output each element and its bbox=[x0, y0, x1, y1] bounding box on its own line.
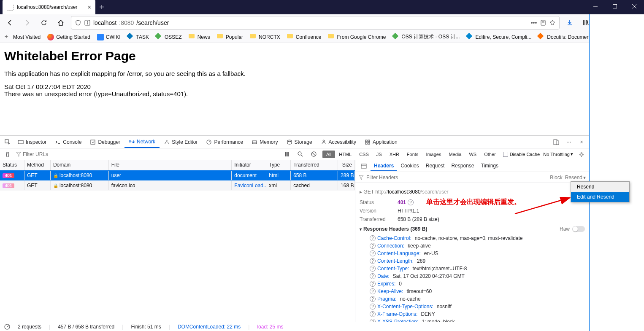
help-icon[interactable]: ? bbox=[370, 304, 376, 309]
help-icon[interactable]: ? bbox=[370, 288, 376, 294]
devtools-close-icon[interactable]: × bbox=[576, 137, 587, 147]
devtools-tab-style-editor[interactable]: Style Editor bbox=[160, 136, 202, 148]
col-domain[interactable]: Domain bbox=[51, 160, 109, 170]
tab-close-icon[interactable]: × bbox=[88, 4, 91, 11]
filter-images[interactable]: Images bbox=[422, 151, 445, 158]
home-button[interactable] bbox=[54, 16, 68, 30]
col-method[interactable]: Method bbox=[24, 160, 51, 170]
toggle-raw-icon[interactable] bbox=[359, 161, 369, 171]
network-row[interactable]: 401GET🔒localhost:8080favicon.icoFaviconL… bbox=[0, 180, 355, 191]
chevron-down-icon: ▾ bbox=[571, 151, 573, 157]
devtools-tab-accessibility[interactable]: Accessibility bbox=[317, 136, 360, 148]
details-tab-headers[interactable]: Headers bbox=[371, 161, 397, 171]
devtools-tab-console[interactable]: Console bbox=[51, 136, 86, 148]
bookmark-item[interactable]: OSSEZ bbox=[156, 34, 182, 40]
perf-icon[interactable] bbox=[4, 324, 10, 330]
forward-button[interactable] bbox=[20, 16, 34, 30]
resend-dropdown[interactable]: Resend▾ bbox=[565, 175, 586, 180]
help-icon[interactable]: ? bbox=[408, 199, 414, 205]
filter-js[interactable]: JS bbox=[373, 151, 386, 158]
search-icon[interactable] bbox=[295, 149, 306, 159]
bookmark-item[interactable]: TASK bbox=[127, 34, 149, 40]
browser-tab[interactable]: localhost:8080/search/user × bbox=[3, 0, 95, 14]
col-size[interactable]: Size bbox=[338, 160, 355, 170]
settings-gear-icon[interactable] bbox=[576, 149, 587, 159]
clear-icon[interactable] bbox=[3, 149, 13, 159]
help-icon[interactable]: ? bbox=[370, 250, 376, 256]
throttle-select[interactable]: No Throttling ▾ bbox=[543, 151, 573, 157]
window-close-button[interactable] bbox=[625, 0, 644, 13]
devtools-tab-debugger[interactable]: Debugger bbox=[86, 136, 124, 148]
details-tab-request[interactable]: Request bbox=[422, 161, 448, 171]
bookmark-item[interactable]: Popular bbox=[217, 34, 243, 40]
bookmark-item[interactable]: News bbox=[189, 34, 210, 40]
col-file[interactable]: File bbox=[109, 160, 232, 170]
devtools-tab-application[interactable]: Application bbox=[360, 136, 402, 148]
bookmark-star-icon[interactable] bbox=[549, 19, 556, 26]
window-minimize-button[interactable] bbox=[586, 0, 605, 13]
help-icon[interactable]: ? bbox=[370, 258, 376, 264]
site-info-icon[interactable] bbox=[84, 19, 91, 26]
responsive-mode-icon[interactable] bbox=[551, 137, 561, 147]
devtools-tab-storage[interactable]: Storage bbox=[282, 136, 317, 148]
filter-media[interactable]: Media bbox=[445, 151, 465, 158]
reload-button[interactable] bbox=[37, 16, 51, 30]
col-type[interactable]: Type bbox=[266, 160, 291, 170]
network-row[interactable]: 401GET🔒localhost:8080userdocumenthtml658… bbox=[0, 170, 355, 180]
reader-icon[interactable] bbox=[540, 19, 547, 26]
devtools-meatball-icon[interactable]: ⋯ bbox=[564, 137, 574, 147]
new-tab-button[interactable]: + bbox=[95, 1, 108, 13]
bookmark-item[interactable]: Confluence bbox=[287, 34, 322, 40]
window-maximize-button[interactable] bbox=[605, 0, 625, 13]
downloads-button[interactable] bbox=[563, 16, 576, 30]
help-icon[interactable]: ? bbox=[370, 266, 376, 272]
filter-html[interactable]: HTML bbox=[335, 151, 355, 158]
details-tab-cookies[interactable]: Cookies bbox=[397, 161, 422, 171]
disable-cache-checkbox[interactable]: Disable Cache bbox=[503, 152, 540, 157]
bookmark-item[interactable]: Getting Started bbox=[47, 34, 90, 40]
devtools-tab-network[interactable]: Network bbox=[124, 136, 160, 148]
url-bar[interactable]: localhost:8080/search/user ••• bbox=[71, 16, 560, 30]
help-icon[interactable]: ? bbox=[370, 243, 376, 249]
filter-fonts[interactable]: Fonts bbox=[403, 151, 422, 158]
col-transferred[interactable]: Transferred bbox=[291, 160, 338, 170]
pause-icon[interactable] bbox=[282, 149, 292, 159]
devtools-tab-memory[interactable]: Memory bbox=[247, 136, 282, 148]
back-button[interactable] bbox=[3, 16, 17, 30]
devtools-tab-inspector[interactable]: Inspector bbox=[14, 136, 51, 148]
filter-xhr[interactable]: XHR bbox=[386, 151, 403, 158]
col-initiator[interactable]: Initiator bbox=[232, 160, 266, 170]
ctx-resend[interactable]: Resend bbox=[571, 182, 629, 192]
block-button[interactable]: Block bbox=[550, 175, 562, 180]
response-headers-section[interactable]: ▾ Response Headers (369 B) Raw bbox=[360, 223, 585, 234]
help-icon[interactable]: ? bbox=[370, 235, 376, 241]
disclosure-right-icon[interactable]: ▸ bbox=[360, 189, 362, 195]
raw-toggle[interactable] bbox=[572, 226, 585, 232]
bookmark-item[interactable]: NORCTX bbox=[250, 34, 280, 40]
filter-headers-input[interactable]: Filter Headers bbox=[366, 175, 398, 180]
shield-icon[interactable] bbox=[75, 19, 81, 26]
help-icon[interactable]: ? bbox=[370, 311, 376, 317]
filter-css[interactable]: CSS bbox=[355, 151, 373, 158]
bookmark-item[interactable]: CWIKI bbox=[97, 34, 121, 40]
bookmark-item[interactable]: ✦Most Visited bbox=[4, 34, 41, 40]
help-icon[interactable]: ? bbox=[370, 319, 376, 322]
devtools-tab-performance[interactable]: Performance bbox=[202, 136, 247, 148]
ctx-edit-resend[interactable]: Edit and Resend bbox=[571, 192, 629, 202]
filter-urls-input[interactable]: Filter URLs bbox=[16, 151, 48, 157]
inspect-element-icon[interactable] bbox=[3, 137, 13, 147]
bookmark-item[interactable]: From Google Chrome bbox=[328, 34, 386, 40]
filter-ws[interactable]: WS bbox=[465, 151, 480, 158]
help-icon[interactable]: ? bbox=[370, 273, 376, 279]
details-tab-timings[interactable]: Timings bbox=[477, 161, 502, 171]
filter-all[interactable]: All bbox=[322, 151, 335, 158]
help-icon[interactable]: ? bbox=[370, 296, 376, 302]
filter-other[interactable]: Other bbox=[480, 151, 500, 158]
details-tab-response[interactable]: Response bbox=[448, 161, 477, 171]
help-icon[interactable]: ? bbox=[370, 281, 376, 287]
bookmark-item[interactable]: OSS 计算技术 - OSS 计... bbox=[393, 33, 460, 40]
col-status[interactable]: Status bbox=[0, 160, 24, 170]
block-icon[interactable] bbox=[309, 149, 319, 159]
meatball-icon[interactable]: ••• bbox=[530, 19, 537, 26]
bookmark-item[interactable]: Edifire, Secure, Compli... bbox=[467, 34, 532, 40]
